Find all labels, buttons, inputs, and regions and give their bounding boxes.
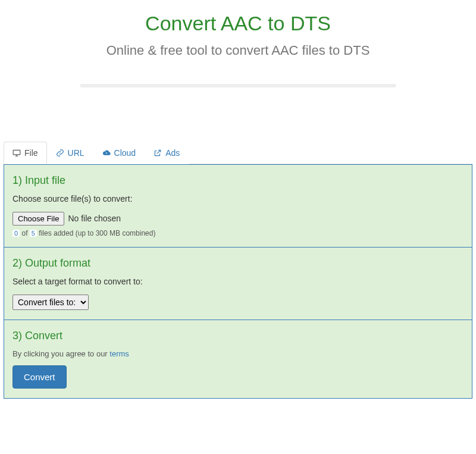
convert-button[interactable]: Convert (12, 365, 67, 389)
external-link-icon (154, 149, 162, 157)
file-count-current: 0 (12, 230, 20, 237)
tab-url[interactable]: URL (47, 142, 93, 164)
terms-link[interactable]: terms (109, 349, 129, 358)
step2-heading: 2) Output format (12, 257, 464, 270)
tab-cloud-label: Cloud (114, 148, 136, 158)
page-title: Convert AAC to DTS (4, 12, 472, 35)
tab-cloud[interactable]: Cloud (93, 142, 145, 164)
source-tabs: File URL Cloud Ads (4, 141, 472, 164)
tab-ads-label: Ads (165, 148, 180, 158)
panel-input-file: 1) Input file Choose source file(s) to c… (4, 165, 472, 248)
panel-convert: 3) Convert By clicking you agree to our … (4, 320, 472, 398)
monitor-icon (12, 149, 21, 157)
file-count-max: 5 (30, 230, 37, 237)
file-count-note: 0 of 5 files added (up to 300 MB combine… (12, 229, 464, 237)
choose-file-button[interactable]: Choose File (12, 212, 64, 226)
file-status-text: No file chosen (68, 214, 121, 223)
step1-desc: Choose source file(s) to convert: (12, 194, 464, 203)
step3-heading: 3) Convert (12, 330, 464, 342)
link-icon (56, 149, 64, 157)
panel-output-format: 2) Output format Select a target format … (4, 248, 472, 320)
tab-ads[interactable]: Ads (145, 142, 189, 164)
step1-heading: 1) Input file (12, 174, 464, 187)
step2-desc: Select a target format to convert to: (12, 277, 464, 286)
tab-file[interactable]: File (4, 142, 47, 164)
tab-url-label: URL (68, 148, 84, 158)
tab-file-label: File (24, 148, 38, 158)
output-format-select[interactable]: Convert files to: (12, 295, 89, 310)
page-subtitle: Online & free tool to convert AAC files … (83, 41, 393, 60)
wizard-panels: 1) Input file Choose source file(s) to c… (4, 164, 472, 399)
svg-rect-0 (13, 150, 20, 155)
terms-line: By clicking you agree to our terms (12, 349, 464, 358)
cloud-download-icon (102, 149, 111, 157)
